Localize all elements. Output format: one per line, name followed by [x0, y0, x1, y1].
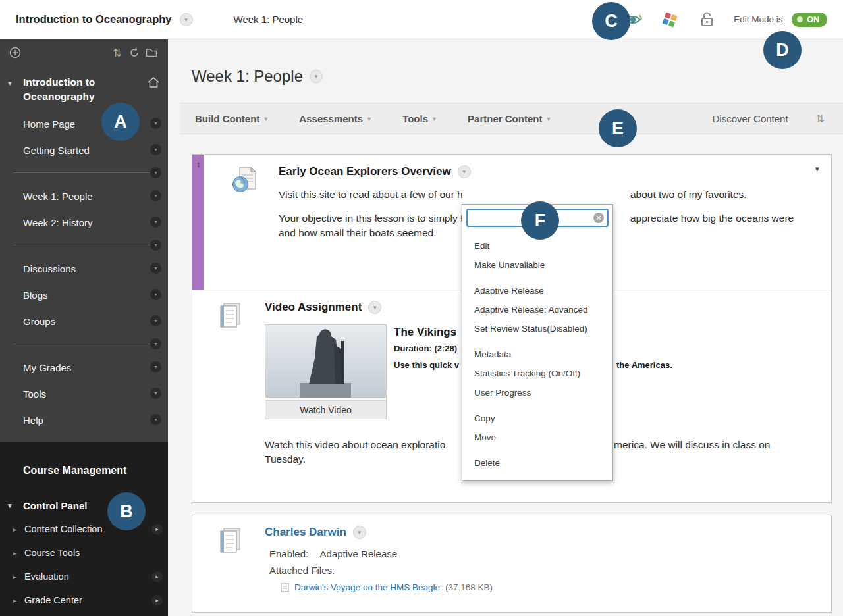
sidebar-item-getting-started[interactable]: Getting Started ▾: [0, 137, 168, 163]
enabled-label: Enabled:: [269, 548, 308, 559]
item-description: appreciate how big the oceans were: [630, 211, 794, 226]
discover-content-button[interactable]: Discover Content: [713, 113, 788, 124]
collapse-item-icon[interactable]: ▾: [815, 164, 819, 174]
annotation-marker-d: D: [763, 31, 802, 69]
topbar-actions: Edit Mode is: ON: [623, 11, 827, 28]
open-in-area-icon[interactable]: ▸: [151, 571, 163, 582]
item-title-link[interactable]: Early Ocean Explorers Overview: [279, 165, 451, 178]
reorder-icon[interactable]: ⇅: [109, 45, 126, 61]
menu-item-move[interactable]: Move: [462, 428, 612, 447]
control-panel-item-label: Content Collection: [24, 524, 103, 534]
video-thumbnail[interactable]: Watch Video: [265, 324, 387, 419]
divider-options-icon[interactable]: ▾: [150, 338, 161, 349]
chevron-down-icon: ▾: [433, 115, 436, 122]
menu-item-user-progress[interactable]: User Progress: [462, 383, 612, 402]
content-item-charles-darwin: Charles Darwin ▾ Enabled: Adaptive Relea…: [192, 515, 831, 612]
folder-view-icon[interactable]: [143, 45, 160, 61]
breadcrumb: Week 1: People: [234, 14, 304, 25]
item-options-icon[interactable]: ▾: [150, 118, 161, 129]
item-title-link[interactable]: Charles Darwin: [265, 526, 346, 539]
sidebar-item-help[interactable]: Help ▾: [0, 407, 168, 433]
item-options-icon[interactable]: ▾: [368, 301, 381, 314]
open-in-area-icon[interactable]: ▸: [151, 524, 163, 535]
sidebar-item-course-tools[interactable]: ▸ Course Tools: [0, 541, 168, 565]
menu-item-adaptive-release[interactable]: Adaptive Release: [462, 281, 612, 300]
annotation-marker-f: F: [521, 201, 559, 240]
partner-content-button[interactable]: Partner Content ▾: [468, 113, 550, 124]
button-label: Partner Content: [468, 113, 542, 124]
divider-options-icon[interactable]: ▾: [150, 167, 161, 178]
context-menu-list: Edit Make Unavailable Adaptive Release A…: [462, 231, 612, 480]
edit-mode-toggle[interactable]: ON: [792, 13, 827, 27]
refresh-icon[interactable]: [126, 45, 143, 61]
menu-item-make-unavailable[interactable]: Make Unavailable: [462, 255, 612, 274]
assessments-button[interactable]: Assessments ▾: [299, 113, 371, 124]
menu-item-delete[interactable]: Delete: [462, 453, 612, 473]
item-options-icon[interactable]: ▾: [353, 526, 366, 539]
sidebar-item-week2-history[interactable]: Week 2: History ▾: [0, 209, 168, 236]
menu-item-adaptive-release-advanced[interactable]: Adaptive Release: Advanced: [462, 300, 612, 319]
clear-search-icon[interactable]: ✕: [593, 213, 604, 223]
sidebar-item-discussions[interactable]: Discussions ▾: [0, 255, 168, 282]
sidebar-item-label: Groups: [23, 316, 55, 327]
sidebar-item-label: Help: [23, 415, 43, 426]
attached-file-link[interactable]: Darwin's Voyage on the HMS Beagle: [294, 582, 440, 592]
item-options-icon[interactable]: ▾: [150, 361, 161, 372]
drag-region[interactable]: ↕: [192, 155, 204, 290]
page-title-menu-icon[interactable]: ▾: [310, 70, 323, 83]
watch-video-button[interactable]: Watch Video: [265, 400, 386, 419]
control-panel-item-label: Grade Center: [24, 595, 82, 605]
item-options-icon[interactable]: ▾: [150, 263, 161, 274]
menu-item-metadata[interactable]: Metadata: [462, 345, 612, 364]
sort-order-icon[interactable]: ⇅: [816, 113, 825, 125]
item-description: Your objective in this lesson is to simp…: [279, 213, 463, 224]
edit-mode-label: Edit Mode is:: [734, 14, 785, 24]
course-title: Introduction to Oceanography: [16, 13, 172, 26]
edit-mode-dot-icon: [797, 16, 803, 22]
item-options-icon[interactable]: ▾: [150, 144, 161, 155]
course-title-menu-icon[interactable]: ▾: [180, 13, 193, 26]
item-description: merica. We will discuss in class on: [614, 438, 770, 452]
item-options-icon[interactable]: ▾: [150, 289, 161, 300]
sidebar-item-groups[interactable]: Groups ▾: [0, 308, 168, 334]
item-options-icon[interactable]: ▾: [458, 165, 471, 178]
theme-palette-icon[interactable]: [660, 11, 680, 28]
sidebar-item-blogs[interactable]: Blogs ▾: [0, 282, 168, 308]
sidebar-course-title: Introduction to Oceanography: [23, 75, 128, 104]
sidebar-item-home-page[interactable]: Home Page ▾: [0, 111, 168, 137]
item-options-icon[interactable]: ▾: [150, 217, 161, 228]
edit-mode-value: ON: [807, 15, 819, 24]
menu-divider: ▾: [0, 334, 168, 354]
annotation-marker-a: A: [101, 103, 140, 141]
content-item-icon: [218, 526, 243, 592]
drag-handle-icon[interactable]: ↕: [192, 160, 204, 169]
item-options-icon[interactable]: ▾: [150, 414, 161, 425]
sidebar-item-week1-people[interactable]: Week 1: People ▾: [0, 183, 168, 209]
item-options-icon[interactable]: ▾: [150, 190, 161, 201]
open-in-area-icon[interactable]: ▸: [151, 595, 163, 606]
chevron-right-icon: ▸: [13, 550, 16, 557]
add-menu-item-icon[interactable]: [7, 45, 24, 61]
tools-button[interactable]: Tools ▾: [402, 113, 436, 124]
annotation-marker-e: E: [599, 109, 637, 147]
item-options-icon[interactable]: ▾: [150, 315, 161, 326]
item-options-icon[interactable]: ▾: [150, 388, 161, 399]
menu-item-copy[interactable]: Copy: [462, 409, 612, 428]
sidebar-item-tools[interactable]: Tools ▾: [0, 380, 168, 407]
menu-item-set-review-status[interactable]: Set Review Status(Disabled): [462, 319, 612, 338]
chevron-down-icon: ▾: [264, 115, 267, 122]
sidebar-item-label: Week 2: History: [23, 217, 93, 228]
home-icon[interactable]: [147, 76, 160, 91]
sidebar-item-evaluation[interactable]: ▸ Evaluation ▸: [0, 565, 168, 588]
chevron-right-icon: ▸: [13, 573, 16, 580]
menu-item-statistics-tracking[interactable]: Statistics Tracking (On/Off): [462, 364, 612, 383]
sidebar-course-header[interactable]: ▾ Introduction to Oceanography: [0, 66, 168, 111]
sidebar-item-my-grades[interactable]: My Grades ▾: [0, 354, 168, 380]
sidebar-item-grade-center[interactable]: ▸ Grade Center ▸: [0, 588, 168, 612]
build-content-button[interactable]: Build Content ▾: [195, 113, 267, 124]
course-menu: Home Page ▾ Getting Started ▾ ▾ Week 1: …: [0, 111, 168, 433]
divider-options-icon[interactable]: ▾: [150, 240, 161, 251]
chevron-down-icon: ▾: [367, 115, 371, 122]
sidebar-item-label: Blogs: [23, 290, 48, 301]
unlock-icon[interactable]: [697, 11, 717, 28]
